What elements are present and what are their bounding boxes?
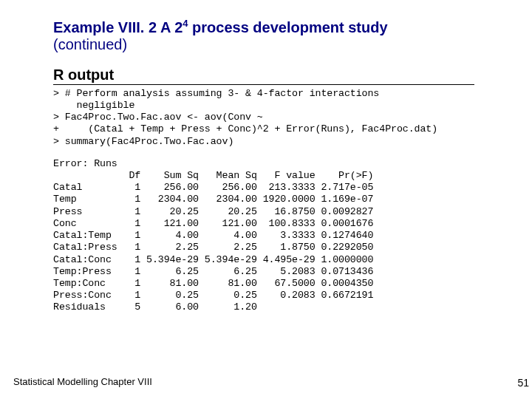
page-number: 51 — [517, 377, 529, 389]
title-superscript: 4 — [183, 18, 188, 29]
title-suffix: process development study — [188, 19, 388, 35]
spacer — [53, 148, 473, 158]
r-input-block: > # Perform analysis assuming 3- & 4-fac… — [53, 88, 473, 148]
footer-text: Statistical Modelling Chapter VIII — [13, 376, 152, 387]
slide-content: Example VIII. 2 A 24 process development… — [0, 0, 473, 314]
r-output-block: Error: Runs Df Sum Sq Mean Sq F value Pr… — [53, 158, 473, 314]
title-continued: (continued) — [53, 36, 473, 53]
slide-title: Example VIII. 2 A 24 process development… — [53, 18, 473, 36]
title-prefix: Example VIII. 2 A 2 — [53, 19, 183, 35]
section-heading: R output — [53, 66, 474, 85]
